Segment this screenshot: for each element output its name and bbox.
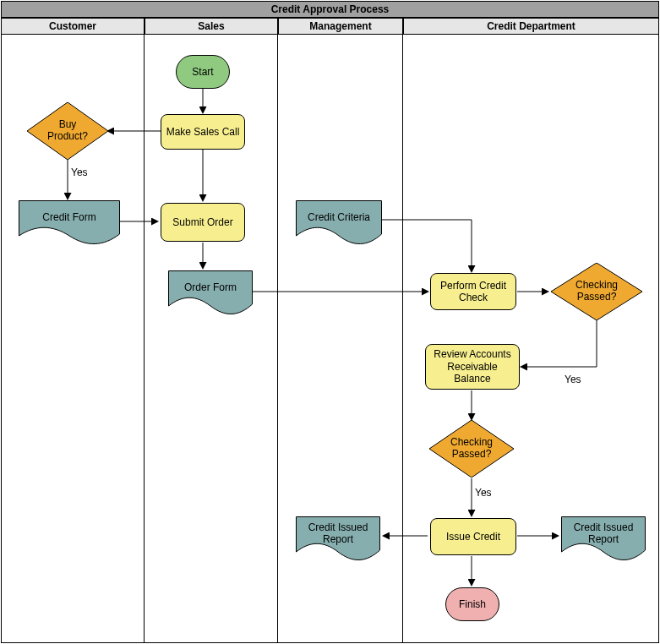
doc-credit-issued-report-left: Credit Issued Report	[296, 516, 380, 560]
start-node: Start	[176, 55, 230, 89]
finish-label: Finish	[459, 598, 486, 610]
doc-label: Order Form	[184, 282, 237, 294]
process-submit-order: Submit Order	[161, 203, 245, 242]
doc-order-form: Order Form	[168, 270, 253, 314]
process-perform-credit-check: Perform Credit Check	[430, 273, 516, 310]
lane-header-customer: Customer	[1, 18, 145, 35]
diagram-title: Credit Approval Process	[1, 1, 659, 18]
doc-credit-criteria: Credit Criteria	[296, 200, 382, 244]
edge-label-buy-product-yes: Yes	[71, 166, 88, 178]
lane-header-credit-dept: Credit Department	[403, 18, 659, 35]
doc-label: Credit Issued Report	[301, 522, 375, 546]
process-make-sales-call: Make Sales Call	[161, 114, 245, 150]
doc-credit-form: Credit Form	[19, 200, 120, 244]
doc-label: Credit Form	[42, 212, 95, 224]
process-label: Issue Credit	[446, 531, 500, 543]
process-review-ar-balance: Review Accounts Receivable Balance	[425, 344, 520, 390]
decision-buy-product: Buy Product?	[27, 102, 108, 160]
lane-header-management: Management	[278, 18, 403, 35]
decision-checking-passed-1: Checking Passed?	[551, 263, 642, 320]
process-issue-credit: Issue Credit	[430, 518, 516, 555]
flowchart-canvas: Credit Approval Process Customer Sales M…	[0, 0, 660, 644]
edge-label-checking-passed-2-yes: Yes	[475, 487, 492, 499]
process-label: Make Sales Call	[166, 126, 240, 138]
process-label: Perform Credit Check	[434, 280, 512, 304]
doc-label: Credit Issued Report	[566, 522, 641, 546]
edge-label-checking-passed-1-yes: Yes	[565, 374, 581, 385]
process-label: Submit Order	[172, 216, 232, 228]
finish-node: Finish	[445, 587, 499, 621]
start-label: Start	[192, 66, 213, 78]
decision-checking-passed-2: Checking Passed?	[429, 420, 514, 478]
process-label: Review Accounts Receivable Balance	[429, 348, 515, 385]
doc-credit-issued-report-right: Credit Issued Report	[561, 516, 646, 560]
doc-label: Credit Criteria	[308, 212, 370, 224]
lane-header-sales: Sales	[145, 18, 278, 35]
decision-label: Buy Product?	[37, 119, 98, 143]
decision-label: Checking Passed?	[561, 280, 632, 303]
decision-label: Checking Passed?	[439, 437, 504, 461]
